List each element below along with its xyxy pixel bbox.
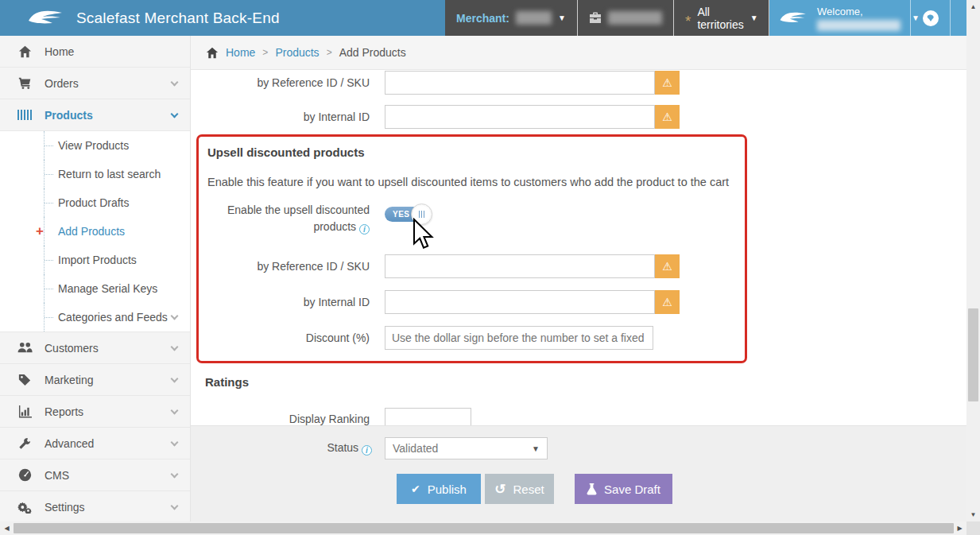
- upsell-ref-sku-row: by Reference ID / SKU ⚠: [199, 254, 745, 278]
- select-caret-icon: ▼: [532, 444, 540, 453]
- sidebar-item-home[interactable]: Home: [0, 36, 190, 68]
- home-icon: [16, 45, 33, 58]
- sidebar-item-cms[interactable]: CMS: [0, 459, 190, 491]
- breadcrumb-current: Add Products: [339, 46, 406, 59]
- ref-sku-label: by Reference ID / SKU: [191, 76, 385, 89]
- info-icon[interactable]: i: [359, 224, 370, 235]
- upsell-section-description: Enable this feature if you want to upsel…: [199, 176, 745, 188]
- upsell-internal-id-input[interactable]: [385, 290, 655, 314]
- vertical-scroll-thumb[interactable]: [968, 308, 978, 401]
- submenu-item-label: Categories and Feeds: [58, 311, 172, 324]
- dashboard-icon: [16, 468, 33, 482]
- sidebar-item-label: Settings: [45, 501, 172, 514]
- briefcase-icon: [589, 12, 602, 24]
- submenu-item-manage-serial-keys[interactable]: Manage Serial Keys: [44, 274, 190, 303]
- sidebar-nav: Home Orders Products View Products Retur…: [0, 36, 191, 521]
- internal-id-label: by Internal ID: [191, 110, 385, 123]
- submenu-item-product-drafts[interactable]: Product Drafts: [44, 188, 190, 217]
- mouse-cursor: [413, 218, 438, 251]
- warning-button[interactable]: ⚠: [655, 105, 680, 129]
- submenu-connector: [45, 289, 53, 289]
- chevron-down-icon: [171, 406, 179, 414]
- sidebar-item-settings[interactable]: Settings: [0, 491, 190, 521]
- plus-icon: +: [36, 224, 44, 238]
- save-draft-button[interactable]: Save Draft: [575, 474, 672, 504]
- submenu-item-label: Product Drafts: [58, 196, 129, 209]
- language-selector[interactable]: [910, 0, 951, 36]
- internal-id-input[interactable]: [385, 105, 655, 129]
- sidebar-item-label: Products: [45, 109, 172, 122]
- ratings-section-title: Ratings: [191, 375, 966, 389]
- knob-grip: [421, 211, 422, 218]
- sidebar-item-marketing[interactable]: Marketing: [0, 364, 190, 396]
- app-title: Scalefast Merchant Back-End: [76, 10, 280, 27]
- warning-button[interactable]: ⚠: [655, 290, 680, 314]
- status-select[interactable]: Validated ▼: [385, 437, 548, 459]
- territories-selector[interactable]: * All territories ▼: [674, 0, 769, 36]
- scalefast-logo-icon: [27, 8, 68, 29]
- status-selected-value: Validated: [393, 442, 438, 455]
- chevron-down-icon: [171, 438, 179, 446]
- submenu-item-label: Add Products: [58, 225, 125, 238]
- submenu-item-import-products[interactable]: Import Products: [44, 246, 190, 274]
- brand[interactable]: Scalefast Merchant Back-End: [0, 0, 445, 36]
- submenu-item-view-products[interactable]: View Products: [44, 131, 190, 160]
- submenu-item-return-last-search[interactable]: Return to last search: [44, 160, 190, 188]
- submenu-item-categories-feeds[interactable]: Categories and Feeds: [44, 303, 190, 331]
- bar-chart-icon: [16, 405, 33, 418]
- horizontal-scroll-thumb[interactable]: [14, 523, 954, 533]
- warning-button[interactable]: ⚠: [655, 71, 680, 95]
- upsell-discount-row: Discount (%): [199, 326, 745, 350]
- top-header: Scalefast Merchant Back-End Merchant: ▼ …: [0, 0, 966, 36]
- store-selector[interactable]: [578, 0, 674, 36]
- breadcrumb-separator: >: [327, 47, 332, 58]
- scroll-up-arrow[interactable]: ▲: [966, 0, 980, 14]
- warning-button[interactable]: ⚠: [655, 254, 680, 278]
- breadcrumb-link-home[interactable]: Home: [226, 46, 255, 59]
- submenu-item-label: Manage Serial Keys: [58, 282, 157, 295]
- info-icon[interactable]: i: [362, 445, 372, 456]
- publish-label: Publish: [428, 483, 467, 496]
- check-icon: ✔: [411, 483, 420, 495]
- upsell-section-title: Upsell discounted products: [199, 145, 745, 159]
- ref-sku-row: by Reference ID / SKU ⚠: [191, 71, 966, 95]
- status-label-wrap: Status i: [191, 441, 385, 456]
- sidebar-item-reports[interactable]: Reports: [0, 396, 190, 428]
- submenu-item-add-products[interactable]: + Add Products: [44, 217, 190, 246]
- breadcrumb-link-products[interactable]: Products: [275, 46, 319, 59]
- sidebar-item-advanced[interactable]: Advanced: [0, 428, 190, 459]
- sidebar-item-label: Home: [45, 45, 177, 58]
- knob-grip: [419, 211, 420, 218]
- sidebar-item-orders[interactable]: Orders: [0, 68, 190, 99]
- upsell-ref-sku-input[interactable]: [385, 254, 655, 278]
- scroll-right-arrow[interactable]: ▶: [953, 521, 966, 535]
- app-window: Scalefast Merchant Back-End Merchant: ▼ …: [0, 0, 966, 521]
- save-draft-label: Save Draft: [604, 483, 660, 496]
- warning-triangle-icon: ⚠: [662, 76, 672, 89]
- username-redacted: [817, 20, 901, 31]
- upsell-discount-input[interactable]: [385, 326, 653, 350]
- user-menu[interactable]: Welcome, ▼: [769, 0, 910, 36]
- sidebar-item-products[interactable]: Products: [0, 99, 190, 131]
- display-ranking-label: Display Ranking: [191, 413, 385, 425]
- publish-button[interactable]: ✔ Publish: [397, 474, 481, 504]
- submenu-item-label: View Products: [58, 139, 129, 152]
- scrollbar-corner: [966, 521, 980, 535]
- merchant-value-redacted: [516, 11, 552, 25]
- merchant-selector[interactable]: Merchant: ▼: [445, 0, 578, 36]
- globe-icon: [922, 10, 939, 27]
- wrench-icon: [16, 437, 33, 450]
- horizontal-scrollbar[interactable]: ◀ ▶: [0, 521, 966, 535]
- upsell-enable-label-line1: Enable the upsell discounted: [227, 204, 370, 216]
- scroll-left-arrow[interactable]: ◀: [0, 521, 14, 535]
- cart-icon: [16, 76, 33, 90]
- reset-button[interactable]: ↺ Reset: [485, 474, 554, 504]
- scroll-down-arrow[interactable]: ▼: [966, 508, 980, 521]
- sidebar-item-customers[interactable]: Customers: [0, 332, 190, 364]
- warning-triangle-icon: ⚠: [662, 260, 672, 273]
- sidebar-item-label: CMS: [45, 469, 172, 482]
- barcode-icon: [16, 110, 33, 120]
- ref-sku-input[interactable]: [385, 71, 655, 95]
- status-label: Status: [327, 441, 358, 454]
- vertical-scrollbar[interactable]: ▲ ▼: [966, 0, 980, 521]
